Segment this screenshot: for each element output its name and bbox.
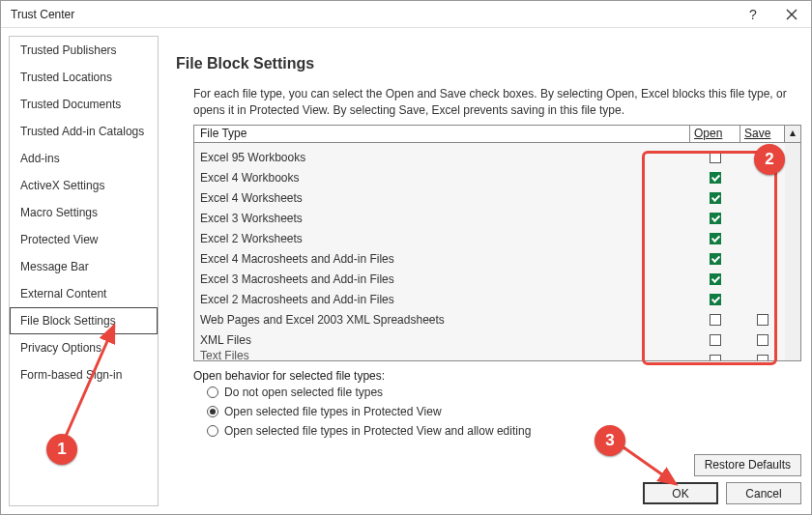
table-row: Excel 3 Macrosheets and Add-in Files (194, 270, 800, 290)
sidebar-item-trusted-locations[interactable]: Trusted Locations (10, 64, 158, 91)
restore-defaults-button[interactable]: Restore Defaults (694, 454, 801, 476)
checkbox[interactable] (710, 213, 721, 224)
file-type-name: Text Files (194, 349, 690, 360)
table-row: Excel 4 Worksheets (194, 188, 800, 209)
close-button[interactable] (772, 1, 811, 28)
open-behavior-title: Open behavior for selected file types: (193, 369, 801, 383)
checkbox[interactable] (710, 152, 721, 163)
file-type-name: Web Pages and Excel 2003 XML Spreadsheet… (194, 313, 690, 327)
annotation-arrow-3 (618, 442, 695, 495)
radio-label: Open selected file types in Protected Vi… (224, 405, 442, 418)
checkbox[interactable] (757, 334, 768, 346)
checkbox[interactable] (710, 334, 721, 346)
sidebar-item-trusted-add-in-catalogs[interactable]: Trusted Add-in Catalogs (10, 118, 158, 145)
table-body: Excel 95-97 Workbooks and TemplatesExcel… (194, 143, 800, 360)
col-file-type[interactable]: File Type (194, 126, 690, 142)
open-behavior-option[interactable]: Open selected file types in Protected Vi… (193, 402, 801, 421)
scroll-up-button[interactable]: ▴ (785, 126, 800, 142)
checkbox[interactable] (757, 314, 768, 326)
table-row: Web Pages and Excel 2003 XML Spreadsheet… (194, 310, 800, 330)
file-type-name: Excel 4 Macrosheets and Add-in Files (194, 252, 690, 266)
close-icon (786, 9, 798, 20)
open-behavior-option[interactable]: Open selected file types in Protected Vi… (193, 421, 801, 441)
checkbox[interactable] (710, 294, 721, 305)
trust-center-dialog: Trust Center ? Trusted PublishersTrusted… (0, 0, 812, 515)
col-save[interactable]: Save (740, 126, 785, 142)
radio-icon (207, 406, 218, 417)
checkbox[interactable] (710, 143, 721, 144)
annotation-arrow-1 (54, 320, 160, 450)
table-row: Text Files (194, 351, 800, 360)
file-type-name: XML Files (194, 333, 690, 347)
main-panel: File Block Settings For each file type, … (159, 28, 811, 514)
open-behavior-group: Open behavior for selected file types: D… (193, 369, 801, 441)
table-row: Excel 2 Macrosheets and Add-in Files (194, 290, 800, 310)
window-title: Trust Center (11, 8, 734, 21)
radio-label: Do not open selected file types (224, 386, 383, 399)
table-row: Excel 95 Workbooks (194, 148, 800, 168)
table-row: Excel 4 Macrosheets and Add-in Files (194, 249, 800, 270)
col-open[interactable]: Open (690, 126, 740, 142)
sidebar-item-macro-settings[interactable]: Macro Settings (10, 199, 158, 226)
section-description: For each file type, you can select the O… (193, 86, 801, 119)
sidebar-item-add-ins[interactable]: Add-ins (10, 145, 158, 172)
help-button[interactable]: ? (734, 1, 772, 28)
sidebar-item-message-bar[interactable]: Message Bar (10, 253, 158, 280)
table-header: File Type Open Save ▴ (194, 126, 800, 143)
checkbox[interactable] (710, 314, 721, 326)
checkbox[interactable] (757, 355, 768, 360)
radio-icon (207, 425, 218, 437)
file-type-name: Excel 2 Worksheets (194, 232, 690, 245)
titlebar: Trust Center ? (1, 1, 811, 28)
checkbox[interactable] (710, 273, 721, 285)
checkbox[interactable] (710, 233, 721, 244)
sidebar-item-trusted-documents[interactable]: Trusted Documents (10, 91, 158, 118)
file-type-table: File Type Open Save ▴ Excel 95-97 Workbo… (193, 125, 801, 361)
table-row: XML Files (194, 330, 800, 351)
sidebar-item-external-content[interactable]: External Content (10, 280, 158, 307)
checkbox[interactable] (710, 172, 721, 184)
table-row: Excel 3 Worksheets (194, 209, 800, 229)
file-type-name: Excel 95 Workbooks (194, 151, 690, 164)
file-type-name: Excel 3 Macrosheets and Add-in Files (194, 272, 690, 286)
checkbox[interactable] (710, 355, 721, 360)
table-row: Excel 2 Worksheets (194, 229, 800, 249)
checkbox[interactable] (710, 253, 721, 265)
cancel-button[interactable]: Cancel (726, 482, 801, 504)
sidebar-item-activex-settings[interactable]: ActiveX Settings (10, 172, 158, 199)
sidebar-item-trusted-publishers[interactable]: Trusted Publishers (10, 37, 158, 64)
open-behavior-option[interactable]: Do not open selected file types (193, 383, 801, 402)
file-type-name: Excel 4 Workbooks (194, 171, 690, 185)
table-row: Excel 4 Workbooks (194, 168, 800, 188)
dialog-button-row: OK Cancel (193, 476, 801, 506)
file-type-name: Excel 3 Worksheets (194, 212, 690, 225)
scrollbar[interactable] (785, 143, 800, 360)
radio-icon (207, 386, 218, 398)
checkbox[interactable] (710, 192, 721, 204)
sidebar-item-protected-view[interactable]: Protected View (10, 226, 158, 253)
file-type-name: Excel 4 Worksheets (194, 191, 690, 205)
svg-line-0 (64, 326, 114, 441)
file-type-name: Excel 2 Macrosheets and Add-in Files (194, 293, 690, 306)
radio-label: Open selected file types in Protected Vi… (224, 424, 531, 438)
section-heading: File Block Settings (176, 55, 801, 72)
svg-line-1 (624, 447, 676, 484)
